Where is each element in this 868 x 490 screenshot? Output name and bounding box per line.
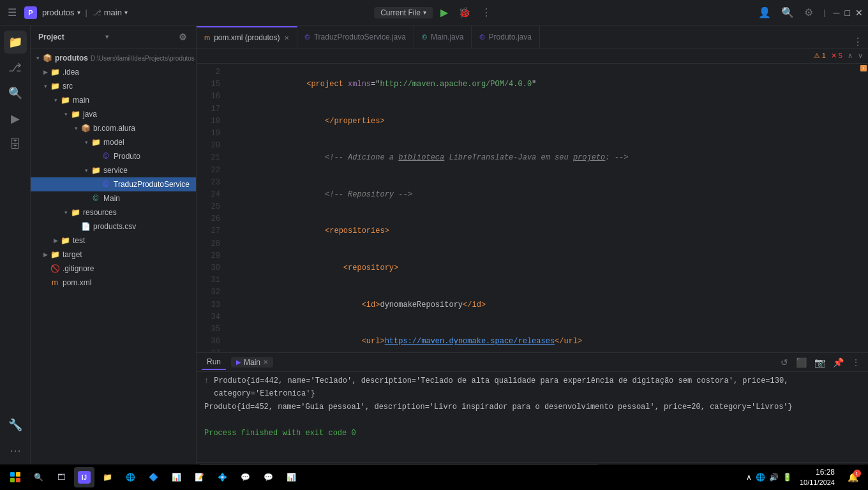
stop-button[interactable]: ⬛ — [793, 356, 809, 369]
collapse-warnings[interactable]: ∨ — [858, 52, 863, 60]
code-line-19: <repository> — [225, 250, 859, 287]
taskbar-chrome[interactable]: 🌐 — [120, 467, 140, 487]
warning-count[interactable]: ⚠ 1 — [814, 52, 826, 60]
close-button[interactable]: ✕ — [855, 8, 863, 18]
line-numbers: 2 15 16 17 18 19 20 21 22 23 24 25 — [197, 64, 225, 352]
titlebar: ☰ P produtos ▾ | ⎇ main ▾ Current File ▾… — [0, 0, 868, 26]
error-count[interactable]: ✕ 5 — [831, 52, 842, 60]
pin-button[interactable]: 📌 — [830, 356, 846, 369]
app-icon: P — [24, 6, 37, 19]
tree-root[interactable]: ▾ 📦 produtos D:\Users\famil\IdeaProjects… — [31, 51, 196, 65]
activity-search[interactable]: 🔍 — [4, 82, 27, 105]
taskbar-skype[interactable]: 💬 — [258, 467, 278, 487]
tree-java-folder[interactable]: ▾ 📁 java — [31, 107, 196, 121]
sidebar-settings[interactable]: ⚙ — [177, 31, 188, 43]
tree-package[interactable]: ▾ 📦 br.com.alura — [31, 121, 196, 135]
tree-pom-xml[interactable]: ▶ m pom.xml — [31, 276, 196, 290]
taskbar-taskview[interactable]: 🗔 — [51, 467, 71, 487]
tree-products-csv[interactable]: ▶ 📄 products.csv — [31, 219, 196, 234]
run-more[interactable]: ⋮ — [849, 356, 863, 369]
taskbar-up-arrow[interactable]: ∧ — [746, 473, 752, 482]
scroll-warning-indicator: ! — [860, 65, 867, 71]
taskbar-vscode[interactable]: 💠 — [212, 467, 232, 487]
tab-bar: m pom.xml (produtos) ✕ © TraduzProdutoSe… — [197, 26, 868, 48]
taskbar-explorer[interactable]: 📁 — [97, 467, 117, 487]
code-line-21: <url>https://maven.dynomake.space/releas… — [225, 323, 859, 352]
taskbar-excel[interactable]: 📊 — [166, 467, 186, 487]
search-button[interactable]: 🔍 — [779, 4, 797, 21]
tree-model-folder[interactable]: ▾ 📁 model — [31, 135, 196, 149]
taskbar-intellij[interactable]: IJ — [74, 467, 94, 487]
activity-tools[interactable]: 🔧 — [4, 413, 27, 436]
run-output: ↑ Produto{id=442, name='Teclado', descri… — [197, 372, 868, 462]
activity-vcs[interactable]: ⎇ — [4, 56, 27, 79]
taskbar-battery[interactable]: 🔋 — [782, 473, 792, 482]
tree-test-folder[interactable]: ▶ 📁 test — [31, 234, 196, 248]
activity-database[interactable]: 🗄 — [4, 133, 27, 156]
tree-resources-folder[interactable]: ▾ 📁 resources — [31, 205, 196, 219]
run-output-exit: Process finished with exit code 0 — [204, 427, 860, 440]
tab-more[interactable]: ⋮ — [848, 36, 868, 48]
activity-more[interactable]: ⋯ — [4, 439, 27, 462]
tab-main[interactable]: © Main.java — [414, 26, 472, 48]
taskbar-word[interactable]: 📝 — [189, 467, 209, 487]
tab-close-pom[interactable]: ✕ — [284, 34, 289, 41]
taskbar-notification[interactable]: 🔔 1 — [842, 467, 863, 487]
taskbar-search[interactable]: 🔍 — [28, 467, 49, 487]
account-button[interactable]: 👤 — [756, 4, 774, 21]
hamburger-icon[interactable]: ☰ — [5, 4, 19, 21]
taskbar-powerpoint[interactable]: 📊 — [281, 467, 301, 487]
taskbar-start[interactable] — [5, 467, 26, 487]
sidebar-expand[interactable]: ▾ — [105, 33, 172, 40]
code-line-17: <!-- Repository --> — [225, 177, 859, 214]
debug-button[interactable]: 🐞 — [456, 4, 474, 21]
minimize-button[interactable]: ─ — [834, 8, 840, 18]
tree-idea[interactable]: ▶ 📁 .idea — [31, 65, 196, 79]
settings-button[interactable]: ⚙ — [802, 4, 816, 21]
tree-main-file[interactable]: ▶ © Main — [31, 191, 196, 205]
taskbar-network[interactable]: 🌐 — [756, 473, 765, 482]
tree-service-folder[interactable]: ▾ 📁 service — [31, 163, 196, 177]
run-panel: Run ▶ Main ✕ ↺ ⬛ 📷 📌 ⋮ — [197, 352, 868, 467]
tree-src[interactable]: ▾ 📁 src — [31, 79, 196, 93]
run-panel-header: Run ▶ Main ✕ ↺ ⬛ 📷 📌 ⋮ — [197, 353, 868, 372]
code-line-16: <!-- Adicione a biblioteca LibreTranslat… — [225, 140, 859, 177]
code-line-15: </properties> — [225, 103, 859, 140]
rerun-button[interactable]: ↺ — [778, 356, 791, 369]
run-output-blank — [204, 413, 860, 426]
taskbar-clock[interactable]: 16:28 10/11/2024 — [795, 467, 840, 487]
activity-project[interactable]: 📁 — [4, 31, 27, 54]
project-chevron: ▾ — [77, 9, 80, 16]
taskbar-volume[interactable]: 🔊 — [769, 473, 779, 482]
tree-main-folder[interactable]: ▾ 📁 main — [31, 93, 196, 107]
tab-produto[interactable]: © Produto.java — [472, 26, 540, 48]
branch-selector[interactable]: ⎇ main ▾ — [93, 8, 128, 17]
tree-target-folder[interactable]: ▶ 📁 target — [31, 248, 196, 262]
project-name[interactable]: produtos ▾ — [42, 8, 80, 17]
expand-warnings[interactable]: ∧ — [848, 52, 853, 60]
tree-traduz-file[interactable]: ▶ © TraduzProdutoService — [31, 177, 196, 191]
tree-gitignore[interactable]: ▶ 🚫 .gitignore — [31, 262, 196, 276]
maximize-button[interactable]: □ — [845, 8, 850, 18]
run-tab-main[interactable]: ▶ Main ✕ — [231, 357, 273, 368]
more-run-options[interactable]: ⋮ — [479, 4, 494, 21]
run-output-line1: ↑ Produto{id=442, name='Teclado', descri… — [204, 375, 860, 401]
editor-content: 2 15 16 17 18 19 20 21 22 23 24 25 — [197, 64, 868, 352]
screenshot-button[interactable]: 📷 — [812, 356, 828, 369]
activity-bar: 📁 ⎇ 🔍 ▶ 🗄 🔧 ⋯ — [0, 26, 31, 467]
taskbar: 🔍 🗔 IJ 📁 🌐 🔷 📊 📝 💠 💬 💬 📊 ∧ 🌐 🔊 🔋 16:28 1… — [0, 464, 868, 490]
tree-produto-file[interactable]: ▶ © Produto — [31, 149, 196, 163]
tab-traduz[interactable]: © TraduzProdutoService.java — [297, 26, 414, 48]
run-button[interactable]: ▶ — [438, 4, 451, 21]
tab-pom[interactable]: m pom.xml (produtos) ✕ — [197, 26, 297, 48]
taskbar-teams[interactable]: 💬 — [235, 467, 255, 487]
run-config-selector[interactable]: Current File ▾ — [374, 7, 433, 19]
activity-run[interactable]: ▶ — [4, 107, 27, 130]
editor-topbar: ⚠ 1 ✕ 5 ∧ ∨ — [197, 48, 868, 64]
taskbar-edge[interactable]: 🔷 — [143, 467, 163, 487]
code-area[interactable]: <project xmlns="http://maven.apache.org/… — [225, 64, 859, 352]
run-tab-close[interactable]: ✕ — [263, 359, 268, 366]
run-tab-run[interactable]: Run — [202, 355, 226, 370]
editor-scrollbar[interactable]: ! — [859, 64, 868, 352]
run-controls: Current File ▾ ▶ 🐞 ⋮ — [374, 4, 494, 21]
